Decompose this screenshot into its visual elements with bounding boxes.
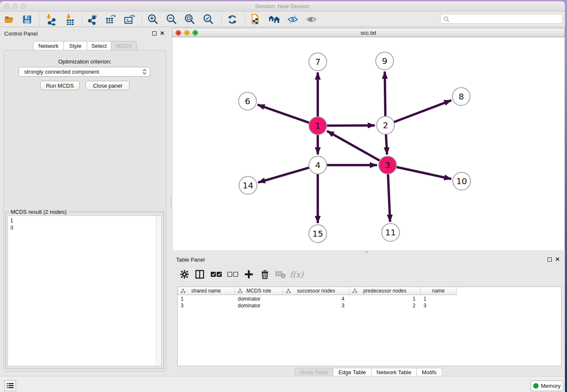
import-network-icon[interactable] bbox=[42, 12, 58, 27]
cell: 2 bbox=[350, 302, 421, 309]
tab-style[interactable]: Style bbox=[64, 41, 87, 50]
graph-edge-2-8[interactable] bbox=[394, 100, 451, 122]
column-header-shared-name[interactable]: shared name bbox=[178, 287, 235, 295]
open-session-icon[interactable] bbox=[2, 12, 17, 27]
search-field[interactable] bbox=[440, 14, 563, 24]
run-mcds-button[interactable]: Run MCDS bbox=[40, 81, 80, 90]
deselect-all-icon[interactable] bbox=[226, 267, 240, 282]
network-canvas[interactable]: 7968124314101511 bbox=[172, 37, 565, 250]
status-bar: Memory bbox=[0, 376, 565, 392]
mcds-result-values: 1 3 bbox=[10, 217, 13, 231]
export-table-icon[interactable] bbox=[103, 12, 118, 27]
optimization-criterion-label: Optimization criterion: bbox=[0, 58, 170, 65]
table-toolbar: f(x) bbox=[172, 264, 565, 284]
close-panel-button[interactable]: Close panel bbox=[85, 81, 129, 90]
memory-button[interactable]: Memory bbox=[531, 381, 563, 391]
select-all-icon[interactable] bbox=[209, 267, 223, 282]
hierarchy-icon bbox=[286, 289, 291, 295]
settings-gear-icon[interactable] bbox=[177, 267, 192, 282]
criterion-select[interactable]: strongly connected component bbox=[19, 67, 150, 77]
graph-node-label-14: 14 bbox=[242, 180, 253, 190]
graph-node-label-10: 10 bbox=[456, 176, 467, 186]
graph-node-label-4: 4 bbox=[315, 160, 321, 170]
graph-edge-3-1[interactable] bbox=[327, 131, 380, 160]
delete-table-icon[interactable] bbox=[273, 267, 288, 282]
titlebar: Session: New Session bbox=[0, 1, 565, 11]
table-close-icon[interactable]: ✕ bbox=[555, 257, 560, 262]
float-panel-icon[interactable] bbox=[152, 31, 157, 36]
table-panel-title: Table Panel bbox=[176, 257, 205, 263]
graph-edge-2-9[interactable] bbox=[385, 72, 385, 116]
column-header-predecessor-nodes[interactable]: predecessor nodes bbox=[350, 287, 421, 295]
table-row-1[interactable]: 1dominator411 bbox=[178, 295, 457, 302]
search-input[interactable] bbox=[451, 16, 562, 22]
graph-node-label-9: 9 bbox=[382, 56, 388, 66]
horizontal-splitter[interactable] bbox=[172, 250, 565, 253]
cell: 3 bbox=[178, 302, 235, 309]
close-panel-icon[interactable]: ✕ bbox=[160, 31, 165, 36]
add-row-icon[interactable] bbox=[242, 267, 256, 282]
graph-edge-1-2[interactable] bbox=[327, 125, 375, 126]
columns-icon[interactable] bbox=[193, 267, 207, 282]
refresh-layout-icon[interactable] bbox=[225, 12, 240, 27]
hide-eye-icon[interactable] bbox=[285, 12, 300, 27]
home-icon[interactable] bbox=[267, 12, 282, 27]
network-graph: 7968124314101511 bbox=[172, 37, 564, 250]
zoom-fit-icon[interactable] bbox=[182, 12, 198, 27]
graph-edge-3-10[interactable] bbox=[396, 167, 451, 179]
list-icon bbox=[7, 383, 14, 389]
graph-edge-2-3[interactable] bbox=[386, 134, 387, 155]
graph-node-label-3: 3 bbox=[385, 160, 391, 170]
graph-edge-4-14[interactable] bbox=[258, 168, 309, 182]
graph-node-label-8: 8 bbox=[459, 91, 464, 102]
delete-row-icon[interactable] bbox=[258, 267, 272, 282]
tab-edge-table[interactable]: Edge Table bbox=[333, 368, 372, 377]
app-window: Session: New Session bbox=[0, 1, 565, 392]
column-header-successor-nodes[interactable]: successor nodes bbox=[283, 287, 350, 295]
graph-edge-1-6[interactable] bbox=[258, 105, 310, 123]
cell: 1 bbox=[178, 295, 235, 302]
zoom-out-icon[interactable] bbox=[164, 12, 179, 27]
cell: dominator bbox=[235, 295, 283, 302]
node-table: shared nameMCDS rolesuccessor nodesprede… bbox=[177, 287, 561, 366]
graph-node-label-6: 6 bbox=[245, 96, 250, 106]
graph-node-label-7: 7 bbox=[315, 57, 321, 67]
control-panel-title: Control Panel bbox=[4, 30, 38, 37]
memory-label: Memory bbox=[541, 383, 561, 389]
mcds-result-group: MCDS result (2 nodes) 1 3 bbox=[6, 212, 164, 369]
mcds-result-title: MCDS result (2 nodes) bbox=[9, 209, 68, 215]
zoom-in-icon[interactable] bbox=[146, 12, 161, 27]
table-float-icon[interactable] bbox=[548, 257, 552, 262]
table-row-2[interactable]: 3dominator323 bbox=[178, 302, 457, 309]
export-image-icon[interactable] bbox=[122, 12, 137, 27]
tab-network-table[interactable]: Network Table bbox=[372, 368, 417, 377]
clone-network-icon[interactable] bbox=[248, 12, 263, 27]
graph-node-label-2: 2 bbox=[383, 120, 388, 130]
zoom-selected-icon[interactable] bbox=[201, 12, 216, 27]
hierarchy-icon bbox=[352, 289, 357, 295]
graph-edge-3-11[interactable] bbox=[388, 174, 390, 222]
cell: 1 bbox=[350, 295, 421, 302]
hierarchy-icon bbox=[238, 289, 242, 295]
tab-select[interactable]: Select bbox=[87, 41, 111, 50]
table-header-row: shared nameMCDS rolesuccessor nodesprede… bbox=[178, 287, 457, 295]
cell: dominator bbox=[235, 302, 283, 309]
mcds-result-textarea[interactable]: 1 3 bbox=[8, 215, 162, 366]
search-icon bbox=[443, 16, 449, 22]
tab-network[interactable]: Network bbox=[33, 41, 64, 50]
control-panel-tabs: NetworkStyleSelectMCDS bbox=[33, 41, 137, 50]
graph-node-label-11: 11 bbox=[385, 227, 396, 237]
tab-node-table[interactable]: Node Table bbox=[295, 368, 333, 377]
save-session-icon[interactable] bbox=[19, 12, 35, 27]
import-table-icon[interactable] bbox=[62, 12, 77, 27]
new-network-icon[interactable] bbox=[85, 12, 100, 27]
result-scrollbar[interactable] bbox=[156, 216, 161, 366]
eye-icon[interactable] bbox=[304, 12, 319, 27]
column-header-MCDS-role[interactable]: MCDS role bbox=[235, 287, 283, 295]
task-history-button[interactable] bbox=[4, 380, 16, 391]
tab-mcds[interactable]: MCDS bbox=[111, 41, 137, 50]
function-builder-icon[interactable]: f(x) bbox=[289, 267, 304, 282]
column-header-name[interactable]: name bbox=[421, 287, 457, 295]
tab-motifs[interactable]: Motifs bbox=[417, 368, 442, 377]
cell: 3 bbox=[283, 302, 350, 309]
